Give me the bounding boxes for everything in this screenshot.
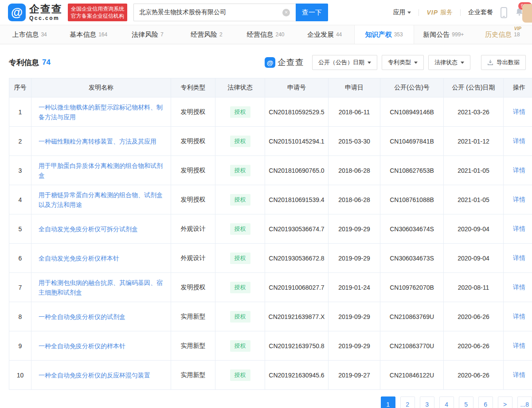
table-row: 7 用于检测包虫病的融合抗原、其编码基因、宿主细胞和试剂盒 发明授权 授权 CN…: [9, 273, 532, 302]
nav-tab-count: 18: [514, 31, 520, 38]
patent-name-link[interactable]: 用于检测包虫病的融合抗原、其编码基因、宿主细胞和试剂盒: [39, 278, 164, 297]
cell-publication-no: CN108761088B: [380, 185, 444, 214]
cell-action: 详情: [504, 214, 532, 243]
avatar[interactable]: [522, 4, 532, 23]
table-row: 6 全自动发光免疫分析仪样本针 外观设计 授权 CN201930536672.8…: [9, 244, 532, 273]
export-data-button[interactable]: 导出数据: [481, 55, 526, 70]
page-button-3[interactable]: 3: [420, 396, 434, 408]
menu-apps[interactable]: 应用: [393, 8, 411, 16]
detail-link[interactable]: 详情: [513, 342, 525, 350]
cell-application-no: CN201510145294.1: [265, 127, 329, 155]
nav-tab-count: 44: [336, 31, 342, 38]
divider: [419, 9, 419, 16]
filter-dropdown-label: 法律状态: [434, 58, 458, 66]
nav-tab-count: 164: [98, 31, 107, 38]
status-badge: 授权: [230, 165, 250, 176]
nav-tab-count: 7: [160, 31, 164, 38]
table-header-row: 序号发明名称专利类型法律状态申请号申请日公开(公告)号公开 (公告)日期操作: [9, 78, 532, 97]
nav-tab-7[interactable]: 知识产权 353: [354, 25, 414, 44]
patent-name-link[interactable]: 用于糖链异常蛋白分离检测的组合物、试剂盒以及方法和用途: [39, 190, 164, 210]
status-badge: 授权: [230, 253, 250, 264]
detail-link[interactable]: 详情: [513, 137, 525, 145]
mobile-app-icon[interactable]: [501, 7, 507, 18]
nav-tab-5[interactable]: 经营信息 240: [236, 25, 295, 44]
next-page-button[interactable]: >: [498, 396, 512, 408]
top-menu: 应用 VIP 服务 企业套餐 99+: [393, 7, 524, 18]
patent-name-link[interactable]: 用于甲胎蛋白异质体分离检测的组合物和试剂盒: [39, 161, 164, 180]
nav-tab-3[interactable]: 法律风险 7: [118, 25, 177, 44]
detail-link[interactable]: 详情: [513, 371, 525, 379]
nav-tab-count: 34: [41, 31, 47, 38]
filter-dropdown-label: 专利类型: [388, 58, 411, 66]
page-button-5[interactable]: 5: [459, 396, 473, 408]
vip-logo: VIP: [426, 9, 438, 16]
nav-tab-count: 240: [275, 31, 284, 38]
cell-legal-status: 授权: [215, 127, 265, 155]
cell-application-date: 2019-09-29: [329, 331, 380, 360]
patent-name-link[interactable]: 一种全自动免疫分析仪的样本针: [39, 341, 125, 351]
detail-link[interactable]: 详情: [513, 254, 525, 262]
status-badge: 授权: [230, 340, 250, 352]
jump-last-page-button[interactable]: ...8: [517, 396, 532, 408]
cell-action: 详情: [504, 331, 532, 360]
patent-name-link[interactable]: 一种以微生物载体的新型示踪标记物材料、制备方法与应用: [39, 102, 164, 122]
detail-link[interactable]: 详情: [513, 196, 525, 204]
cell-publication-date: 2020-09-04: [444, 244, 504, 272]
search-input[interactable]: [133, 4, 296, 21]
menu-enterprise-package[interactable]: 企业套餐: [468, 8, 493, 16]
patent-name-link[interactable]: 全自动发光免疫分析仪可拆分试剂盒: [39, 224, 138, 234]
detail-link[interactable]: 详情: [513, 108, 525, 116]
detail-link[interactable]: 详情: [513, 313, 525, 321]
qcc-logo-icon: @: [8, 4, 26, 21]
cell-legal-status: 授权: [215, 361, 265, 389]
page-button-6[interactable]: 6: [478, 396, 493, 408]
patent-name-link[interactable]: 一种磁性颗粒分离转移装置、方法及其应用: [39, 136, 156, 146]
detail-link[interactable]: 详情: [513, 167, 525, 175]
chevron-down-icon: [461, 62, 464, 64]
page-button-4[interactable]: 4: [439, 396, 454, 408]
detail-link[interactable]: 详情: [513, 284, 525, 291]
qcc-watermark-text: 企查查: [278, 57, 304, 68]
menu-vip-service[interactable]: VIP 服务: [426, 8, 453, 16]
nav-tab-6[interactable]: 企业发展 44: [295, 25, 354, 44]
filter-dropdown[interactable]: 法律状态: [428, 55, 470, 70]
nav-tab-4[interactable]: 经营风险 2: [177, 25, 236, 44]
filter-dropdown[interactable]: 公开（公告）日期: [312, 55, 377, 70]
clear-icon[interactable]: ×: [282, 9, 290, 16]
patent-table: 序号发明名称专利类型法律状态申请号申请日公开(公告)号公开 (公告)日期操作 1…: [9, 78, 532, 390]
search-button[interactable]: 查一下: [296, 4, 328, 21]
filter-dropdown[interactable]: 专利类型: [382, 55, 424, 70]
chevron-down-icon: [414, 62, 418, 64]
patent-name-link[interactable]: 全自动发光免疫分析仪样本针: [39, 253, 119, 263]
nav-tab-9[interactable]: 历史信息 18 VIP: [473, 25, 532, 44]
column-header: 公开(公告)号: [380, 78, 444, 97]
cell-application-date: 2019-01-24: [329, 273, 380, 302]
qcc-logo[interactable]: @ 企查查 Qcc.com 全国企业信用查询系统 官方备案企业征信机构: [8, 4, 127, 21]
cell-patent-name: 用于甲胎蛋白异质体分离检测的组合物和试剂盒: [31, 156, 171, 185]
patent-name-link[interactable]: 一种全自动免疫分析仪的反应杯混匀装置: [39, 370, 150, 380]
download-icon: [487, 59, 493, 66]
detail-link[interactable]: 详情: [513, 225, 525, 233]
cell-patent-type: 发明授权: [171, 127, 215, 155]
column-header: 发明名称: [31, 78, 171, 97]
cell-legal-status: 授权: [215, 273, 265, 302]
cell-patent-type: 外观设计: [171, 244, 215, 272]
nav-tab-2[interactable]: 基本信息 164: [59, 25, 118, 44]
nav-tab-label: 新闻公告: [423, 31, 450, 39]
nav-tab-8[interactable]: 新闻公告 999+: [414, 25, 473, 44]
page-button-1[interactable]: 1: [381, 396, 395, 408]
cell-application-date: 2019-09-27: [329, 361, 380, 389]
nav-tab-1[interactable]: 上市信息 34: [0, 25, 59, 44]
cell-publication-no: CN306034673S: [380, 244, 444, 272]
column-header: 公开 (公告)日期: [444, 78, 504, 97]
certification-badge-line1: 全国企业信用查询系统: [71, 5, 124, 12]
qcc-watermark-icon: @: [265, 57, 275, 68]
cell-application-date: 2019-09-29: [329, 302, 380, 331]
status-badge: 授权: [230, 311, 250, 323]
table-row: 3 用于甲胎蛋白异质体分离检测的组合物和试剂盒 发明授权 授权 CN201810…: [9, 156, 532, 185]
cell-publication-date: 2020-06-26: [444, 361, 504, 389]
column-header: 操作: [504, 78, 532, 97]
patent-name-link[interactable]: 一种全自动免疫分析仪的试剂盒: [39, 312, 125, 322]
cell-action: 详情: [504, 244, 532, 272]
page-button-2[interactable]: 2: [400, 396, 415, 408]
